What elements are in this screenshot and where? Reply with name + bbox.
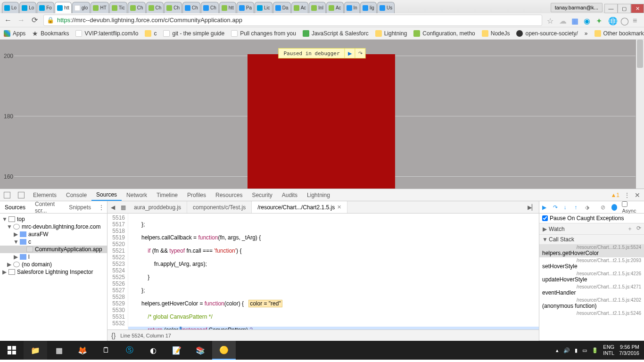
extension-icon[interactable]: 🌐 (608, 16, 616, 24)
start-button[interactable] (0, 341, 24, 360)
navigator-menu-icon[interactable]: ⋮ (96, 204, 107, 211)
line-number[interactable]: 5530 (108, 307, 125, 313)
navtab-content-scripts[interactable]: Content scr... (30, 201, 64, 213)
maximize-button[interactable]: ▢ (618, 4, 631, 13)
chrome-tab[interactable]: Fo (37, 2, 54, 13)
tree-extension[interactable]: ▶Salesforce Lightning Inspector (0, 268, 107, 276)
callstack-section-header[interactable]: ▼Call Stack (539, 235, 644, 244)
call-stack-frame[interactable]: /resource/Chart...t2.1.5.js:4226updateHo… (539, 271, 644, 284)
navtab-snippets[interactable]: Snippets (64, 201, 96, 213)
network-icon[interactable]: ▮ (575, 347, 578, 354)
chrome-tab[interactable]: Lo (19, 2, 36, 13)
chrome-tab[interactable]: HT (91, 2, 108, 13)
inspect-element-icon[interactable] (4, 192, 10, 198)
chrome-tab[interactable]: Ac (291, 2, 309, 13)
chrome-tab[interactable]: Pa (237, 2, 254, 13)
taskbar-app-sticky[interactable]: 🗒 (94, 341, 118, 360)
tree-domain[interactable]: ▼mrc-devubn.lightning.force.com (0, 223, 107, 230)
chrome-tab[interactable]: lig (360, 2, 377, 13)
close-button[interactable]: ✕ (631, 4, 644, 13)
pause-on-caught-row[interactable]: Pause On Caught Exceptions (539, 214, 644, 223)
chrome-tab[interactable]: Ch (201, 2, 219, 13)
line-number[interactable]: 5520 (108, 241, 125, 247)
chrome-tab[interactable]: Da (273, 2, 291, 13)
bookmark-item[interactable]: open-source-society/ (516, 30, 578, 37)
minimize-button[interactable]: — (604, 4, 618, 13)
file-tab[interactable]: components/c/Test.js (187, 201, 252, 213)
tree-folder[interactable]: ▼c (0, 238, 107, 246)
step-over-button[interactable]: ↷ (355, 49, 365, 58)
chrome-tab[interactable]: Inl (309, 2, 326, 13)
call-stack-frame[interactable]: /resource/Chart...t2.1.5.js:5246 (539, 310, 644, 317)
resume-icon[interactable]: ▶ (542, 204, 548, 211)
line-number[interactable]: 5527 (108, 287, 125, 294)
bookmark-item[interactable]: VVIP:latentflip.com/lo (75, 30, 138, 37)
file-nav-back-icon[interactable]: ◀ (107, 204, 118, 211)
chrome-tab[interactable]: Ch (146, 2, 164, 13)
taskbar-app[interactable]: ▦ (47, 341, 71, 360)
tree-domain[interactable]: ▶(no domain) (0, 261, 107, 268)
omnibox[interactable]: 🔒 https://mrc--devubn.lightning.force.co… (43, 15, 542, 26)
call-stack-frame[interactable]: /resource/Chart...t2.1.5.js:2093setHover… (539, 257, 644, 271)
call-stack-frame[interactable]: /resource/Chart...t2.1.5.js:4202(anonymo… (539, 297, 644, 310)
tray-overflow-icon[interactable]: ▴ (556, 347, 559, 354)
tab-resources[interactable]: Resources (211, 189, 247, 201)
call-stack-frame[interactable]: /resource/Chart...t2.1.5.js:4271eventHan… (539, 284, 644, 297)
devtools-close-icon[interactable]: ✕ (635, 191, 640, 199)
chrome-user-badge[interactable]: tanay.barman@k... (551, 3, 603, 12)
navtab-sources[interactable]: Sources (0, 201, 30, 213)
bookmark-star-icon[interactable]: ☆ (547, 16, 554, 24)
chrome-tab[interactable]: Us (377, 2, 395, 13)
line-number[interactable]: 5522 (108, 254, 125, 261)
code-area[interactable]: 5516551755185519552055215522552355245525… (107, 214, 539, 329)
tab-console[interactable]: Console (61, 189, 91, 201)
chrome-tab[interactable]: glo (72, 2, 90, 13)
bookmark-overflow[interactable]: » (585, 30, 588, 37)
taskbar-app-chrome[interactable]: 🟡 (212, 341, 236, 360)
line-number[interactable]: 5523 (108, 261, 125, 267)
bookmark-folder[interactable]: NodeJs (482, 30, 510, 37)
taskbar-app-firefox[interactable]: 🦊 (71, 341, 94, 360)
line-number[interactable]: 5532 (108, 320, 125, 327)
language-indicator[interactable]: ENGINTL (603, 344, 614, 356)
tab-profiles[interactable]: Profiles (182, 189, 211, 201)
file-nav-list-icon[interactable]: ▦ (118, 204, 128, 211)
tab-network[interactable]: Network (122, 189, 152, 201)
battery-icon[interactable]: 🔋 (592, 347, 598, 354)
warning-icon[interactable]: ▲1 (611, 192, 619, 198)
line-number[interactable]: 5524 (108, 267, 125, 274)
page-scrollbar[interactable] (636, 40, 644, 189)
line-number[interactable]: 5521 (108, 247, 125, 254)
resume-button[interactable]: ▶ (345, 49, 355, 58)
line-number[interactable]: 5518 (108, 228, 125, 234)
line-number[interactable]: 5517 (108, 221, 125, 228)
code-content[interactable]: }; helpers.callCallback = function(fn, a… (128, 214, 539, 329)
bookmark-item[interactable]: git - the simple guide (163, 30, 224, 37)
line-number[interactable]: 5531 (108, 313, 125, 320)
bookmark-item[interactable]: JavaScript & Salesforc (303, 30, 369, 37)
extension-icon[interactable]: ☁ (559, 16, 567, 24)
pause-caught-checkbox[interactable] (542, 215, 548, 221)
extension-icon[interactable]: ◯ (620, 16, 628, 24)
taskbar-app-notepadpp[interactable]: 📝 (165, 341, 189, 360)
chrome-tab[interactable]: Ch (128, 2, 146, 13)
file-tab[interactable]: aura_proddebug.js (128, 201, 187, 213)
extension-icon[interactable]: ◉ (584, 16, 591, 24)
other-bookmarks[interactable]: Other bookmarks (594, 30, 644, 37)
tree-top-frame[interactable]: ▼top (0, 215, 107, 223)
line-number[interactable]: 5519 (108, 234, 125, 241)
line-number[interactable]: 5528 (108, 294, 125, 300)
line-number[interactable]: 5525 (108, 274, 125, 280)
bookmarks-folder[interactable]: ★Bookmarks (32, 30, 69, 37)
file-nav-forward-icon[interactable]: ▶▏ (525, 204, 539, 211)
action-center-icon[interactable]: ▭ (582, 347, 587, 354)
tree-file[interactable]: CommunityApplication.app (0, 246, 107, 253)
taskbar-app-skype[interactable]: Ⓢ (118, 341, 141, 360)
call-stack-frame[interactable]: /resource/Chart...t2.1.5.js:5524helpers.… (539, 244, 644, 257)
chrome-tab[interactable]: Ch (182, 2, 200, 13)
bookmark-folder[interactable]: Lightning (375, 30, 407, 37)
chrome-tab[interactable]: htt (219, 2, 236, 13)
pause-exceptions-icon[interactable] (611, 204, 618, 211)
tab-elements[interactable]: Elements (28, 189, 61, 201)
chrome-tab[interactable]: Lo (2, 2, 19, 13)
